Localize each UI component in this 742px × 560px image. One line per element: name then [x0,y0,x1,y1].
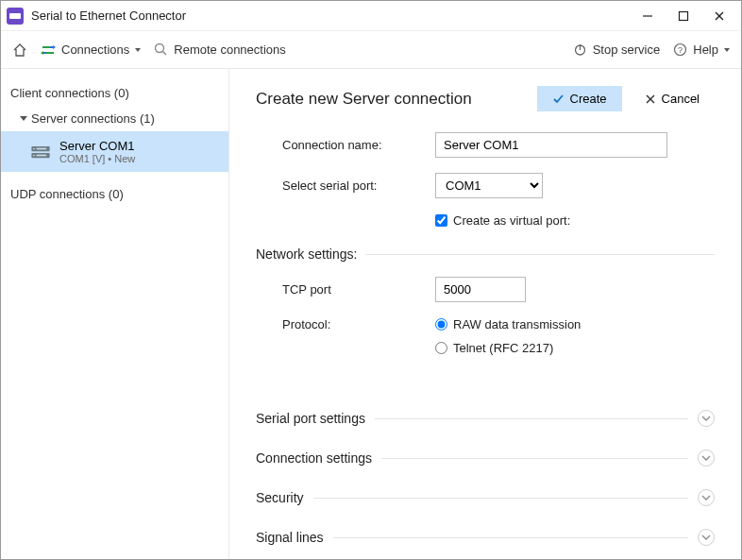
serial-port-icon [31,145,50,159]
svg-line-8 [163,52,167,56]
sidebar-group-server-label: Server connections (1) [31,111,155,126]
connections-menu[interactable]: Connections [41,42,141,57]
sidebar-group-client[interactable]: Client connections (0) [1,80,228,106]
remote-connections-label: Remote connections [174,42,286,57]
chevron-down-icon [698,450,715,467]
tcp-port-label: TCP port [256,282,435,297]
tcp-port-input[interactable] [435,277,526,302]
page-title: Create new Server connection [256,90,472,109]
home-icon [12,42,27,58]
svg-point-7 [156,44,164,53]
maximize-button[interactable] [677,9,690,23]
svg-marker-5 [53,45,56,49]
svg-point-15 [33,147,35,149]
sidebar-item-name: Server COM1 [59,139,135,153]
stop-service-button[interactable]: Stop service [573,42,661,57]
create-button-label: Create [570,92,607,106]
protocol-telnet-label[interactable]: Telnet (RFC 2217) [453,341,553,355]
cancel-button-label: Cancel [662,92,700,106]
sidebar-group-udp-label: UDP connections (0) [10,187,124,201]
create-virtual-checkbox[interactable] [435,214,447,227]
svg-marker-6 [41,51,43,55]
sidebar-group-client-label: Client connections (0) [10,86,129,100]
divider [366,254,715,255]
remote-connections-button[interactable]: Remote connections [154,42,286,57]
connections-icon [41,43,56,57]
sidebar-item-sub: COM1 [V] • New [59,153,135,164]
accordion-serial-port-settings[interactable]: Serial port settings [256,399,715,438]
connection-name-input[interactable] [435,132,667,158]
protocol-telnet-radio[interactable] [435,342,447,354]
search-icon [154,42,168,57]
sidebar: Client connections (0) Server connection… [1,69,229,559]
stop-service-label: Stop service [593,42,661,57]
help-icon: ? [673,42,687,57]
protocol-raw-radio[interactable] [435,318,447,331]
divider [381,458,688,459]
connection-name-label: Connection name: [256,138,435,152]
main-panel: Create new Server connection Create Canc… [229,69,741,559]
chevron-down-icon [698,529,715,546]
power-icon [573,42,587,57]
dropdown-caret-icon [724,48,730,52]
svg-point-16 [33,154,35,156]
select-port-label: Select serial port: [256,178,435,193]
svg-text:?: ? [678,45,683,55]
divider [313,498,688,499]
sidebar-group-udp[interactable]: UDP connections (0) [1,181,228,207]
svg-rect-17 [37,147,47,149]
accordion-security[interactable]: Security [256,478,715,518]
help-label: Help [693,42,718,57]
title-bar: Serial to Ethernet Connector [1,1,741,31]
toolbar: Connections Remote connections Stop serv… [1,31,741,69]
protocol-raw-label[interactable]: RAW data transmission [453,317,581,331]
window-title: Serial to Ethernet Connector [31,8,186,23]
svg-rect-2 [680,11,688,20]
divider [375,418,688,419]
svg-rect-0 [9,13,21,19]
chevron-down-icon [20,116,27,121]
create-virtual-label[interactable]: Create as virtual port: [453,213,570,228]
divider [333,537,688,538]
close-icon [645,93,656,105]
svg-rect-18 [37,154,47,156]
dropdown-caret-icon [135,48,141,52]
cancel-button[interactable]: Cancel [630,86,715,111]
accordion-signal-lines[interactable]: Signal lines [256,518,715,557]
create-button[interactable]: Create [537,86,622,111]
connections-label: Connections [61,42,129,57]
check-icon [552,93,565,105]
close-button[interactable] [713,9,726,23]
scrollbar[interactable] [728,69,739,559]
accordion-title: Security [256,490,304,505]
accordion-connection-settings[interactable]: Connection settings [256,438,715,478]
chevron-down-icon [698,489,715,506]
home-button[interactable] [12,42,27,58]
protocol-label: Protocol: [256,317,435,331]
serial-port-select[interactable]: COM1 [435,173,543,198]
app-icon [7,8,24,25]
sidebar-item-server-com1[interactable]: Server COM1 COM1 [V] • New [1,131,228,172]
minimize-button[interactable] [641,9,654,23]
chevron-down-icon [698,410,715,427]
sidebar-group-server[interactable]: Server connections (1) [1,106,228,131]
accordion-title: Connection settings [256,450,372,466]
help-menu[interactable]: ? Help [673,42,730,57]
accordion-title: Serial port settings [256,411,365,426]
network-settings-heading: Network settings: [256,246,357,262]
accordion-title: Signal lines [256,530,324,545]
